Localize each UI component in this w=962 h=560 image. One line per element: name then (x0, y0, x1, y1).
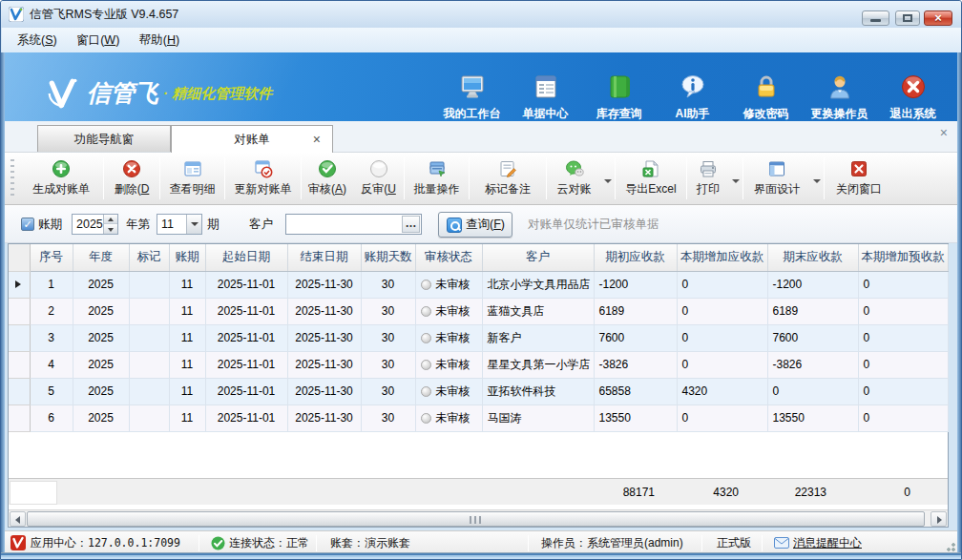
column-header[interactable]: 期初应收款 (594, 244, 677, 271)
cell: 11 (169, 404, 205, 431)
dropdown-arrow-icon[interactable] (186, 215, 201, 234)
scroll-right-icon[interactable] (931, 511, 947, 527)
cell: 0 (858, 404, 948, 431)
table-row[interactable]: 52025112025-11-012025-11-3030未审核亚拓软件科技65… (9, 378, 948, 404)
status-sphere-icon (421, 333, 431, 343)
menu-help[interactable]: 帮助(H) (132, 28, 187, 52)
add-icon (52, 159, 71, 178)
row-selector[interactable] (9, 298, 30, 324)
cell: 0 (767, 378, 858, 404)
column-header[interactable]: 结束日期 (287, 244, 361, 271)
generate-statement-button[interactable]: 生成对账单 (19, 155, 103, 202)
column-header[interactable]: 序号 (30, 244, 73, 271)
document-center-button[interactable]: 单据中心 (509, 73, 582, 121)
spin-down-icon[interactable] (103, 224, 117, 234)
table-row[interactable]: 32025112025-11-012025-11-3030未审核新客户76000… (9, 324, 948, 351)
column-header[interactable]: 本期增加预收款 (858, 244, 948, 271)
switch-operator-button[interactable]: 更换操作员 (803, 73, 876, 121)
exit-system-button[interactable]: 退出系统 (876, 73, 950, 121)
cloud-reconcile-button[interactable]: 云对账 (547, 155, 615, 202)
row-selector[interactable] (9, 404, 30, 431)
cell: 0 (677, 351, 767, 378)
cell: 11 (169, 351, 205, 378)
update-statement-button[interactable]: 更新对账单 (225, 155, 301, 202)
menu-window[interactable]: 窗口(W) (69, 28, 127, 52)
change-password-button[interactable]: 修改密码 (729, 73, 803, 121)
cell: -3826 (594, 351, 677, 378)
brand-name: 信管飞 (87, 77, 158, 109)
column-header[interactable]: 标记 (129, 244, 169, 271)
table-row[interactable]: 12025112025-11-012025-11-3030未审核北京小学文具用品… (9, 271, 948, 298)
window-frame-left (1, 52, 5, 559)
workstation-button[interactable]: 我的工作台 (435, 73, 509, 121)
maximize-button[interactable] (895, 10, 920, 26)
query-button[interactable]: 查询(F) (438, 212, 512, 238)
cell: 星星文具第一小学店 (482, 351, 594, 378)
column-header[interactable]: 年度 (73, 244, 129, 271)
horizontal-scrollbar[interactable] (9, 509, 948, 527)
summary-opening: 88171 (594, 479, 655, 506)
column-header[interactable]: 审核状态 (415, 244, 482, 271)
brand-logo-icon (47, 76, 81, 111)
status-sphere-icon (421, 280, 431, 290)
column-header[interactable]: 期末应收款 (767, 244, 858, 271)
export-excel-button[interactable]: 导出Excel (616, 155, 686, 202)
view-detail-button[interactable]: 查看明细 (160, 155, 224, 202)
tab-navigator[interactable]: 功能导航窗 (37, 125, 171, 153)
print-button[interactable]: 打印 (687, 155, 742, 202)
inventory-query-button[interactable]: 库存查询 (582, 73, 656, 121)
cell: 2025-11-01 (205, 404, 287, 431)
close-button[interactable]: × (924, 10, 952, 26)
status-sphere-icon (421, 386, 431, 397)
table-row[interactable]: 42025112025-11-012025-11-3030未审核星星文具第一小学… (9, 351, 948, 378)
cell: 2025 (73, 271, 129, 298)
approve-button[interactable]: 审核(A) (302, 155, 353, 202)
column-header[interactable]: 本期增加应收款 (677, 244, 767, 271)
batch-operation-button[interactable]: 批量操作 (405, 155, 469, 202)
tabbar-close-icon[interactable]: × (940, 125, 948, 140)
resize-grip[interactable] (944, 540, 955, 551)
scrollbar-thumb[interactable] (27, 511, 925, 527)
mark-note-button[interactable]: 标记备注 (470, 155, 546, 202)
column-header[interactable]: 客户 (482, 244, 594, 271)
tab-close-icon[interactable]: × (313, 126, 321, 153)
brand-slogan: · 精细化管理软件 (163, 85, 272, 103)
unapprove-button[interactable]: 反审(U (353, 155, 404, 202)
cell: 2025-11-30 (287, 378, 361, 404)
period-checkbox[interactable]: ✓ (21, 218, 34, 231)
cell: 2025-11-30 (287, 298, 361, 324)
scroll-left-icon[interactable] (10, 511, 26, 527)
ai-assistant-button[interactable]: AI助手 (656, 73, 729, 121)
delete-button[interactable]: 删除(D (104, 155, 159, 202)
cell: 2025-11-01 (205, 271, 287, 298)
column-header[interactable]: 账期 (169, 244, 205, 271)
search-icon (447, 218, 462, 233)
tab-statement[interactable]: 对账单× (171, 125, 333, 153)
row-selector[interactable] (9, 324, 30, 351)
toolbar-grip[interactable] (10, 159, 14, 197)
table-row[interactable]: 22025112025-11-012025-11-3030未审核蓝猫文具店618… (9, 298, 948, 324)
toolbar: 生成对账单 删除(D 查看明细 更新对账单 审核(A) 反审(U 批量操作 (5, 152, 959, 205)
spin-up-icon[interactable] (103, 215, 117, 224)
close-window-button[interactable]: 关闭窗口 (825, 155, 893, 202)
cell: 2025-11-30 (287, 324, 361, 351)
column-header[interactable]: 起始日期 (205, 244, 287, 271)
customer-input[interactable]: … (285, 214, 422, 235)
table-row[interactable]: 62025112025-11-012025-11-3030未审核马国涛13550… (9, 404, 948, 431)
cell: -1200 (594, 271, 677, 298)
year-spinner[interactable]: 2025 (72, 214, 118, 235)
customer-picker-button[interactable]: … (402, 216, 420, 233)
cell: 马国涛 (482, 404, 594, 431)
ui-design-button[interactable]: 界面设计 (743, 155, 824, 202)
row-selector[interactable] (9, 271, 30, 298)
row-selector[interactable] (9, 351, 30, 378)
row-selector[interactable] (9, 378, 30, 404)
mark-note-icon (498, 159, 517, 178)
column-header[interactable]: 账期天数 (361, 244, 415, 271)
minimize-button[interactable] (862, 10, 889, 26)
cell: 30 (361, 378, 415, 404)
menu-system[interactable]: 系统(S) (10, 28, 65, 52)
cell: 5 (30, 378, 73, 404)
window-frame-right (957, 52, 961, 559)
period-select[interactable]: 11 (157, 214, 202, 235)
